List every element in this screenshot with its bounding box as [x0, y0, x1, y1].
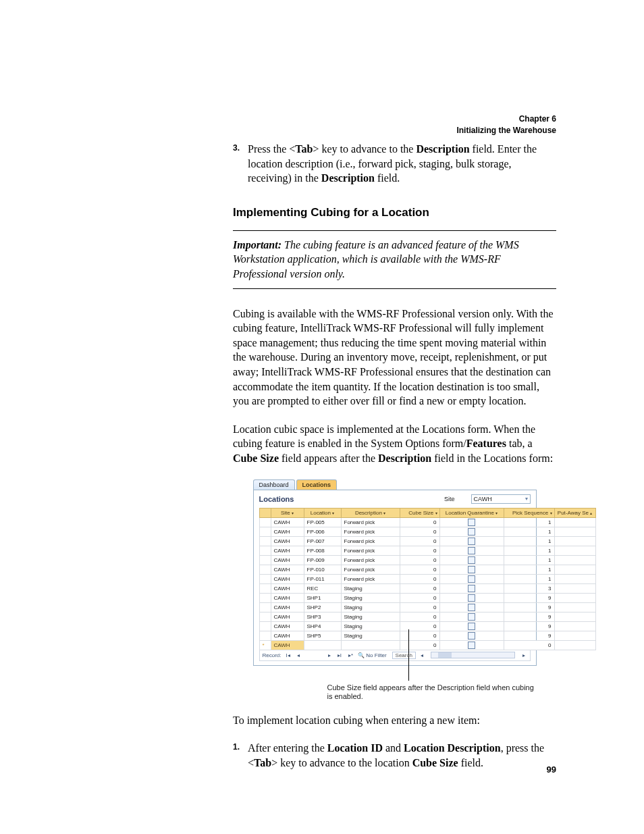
- note-label: Important:: [233, 239, 281, 251]
- table-row[interactable]: CAWHFP-011Forward pick01: [259, 574, 595, 583]
- checkbox-icon[interactable]: [468, 556, 475, 564]
- col-location[interactable]: Location ▾: [304, 508, 341, 517]
- checkbox-icon[interactable]: [468, 575, 475, 583]
- table-row[interactable]: CAWHFP-007Forward pick01: [259, 536, 595, 546]
- col-cube-size[interactable]: Cube Size ▾: [400, 508, 439, 517]
- table-row[interactable]: CAWHSHP2Staging09: [259, 602, 595, 612]
- record-label: Record:: [263, 652, 281, 658]
- locations-grid[interactable]: Site ▾ Location ▾ Description ▾ Cube Siz…: [259, 508, 596, 650]
- chevron-down-icon: ▾: [525, 496, 528, 502]
- step-number: 1.: [233, 741, 240, 752]
- nav-prev-icon[interactable]: ◂: [295, 652, 302, 658]
- col-site[interactable]: Site ▾: [271, 508, 304, 517]
- step-1: 1. After entering the Location ID and Lo…: [233, 741, 556, 770]
- callout-line: [408, 629, 409, 681]
- chapter-title: Initializing the Warehouse: [456, 125, 556, 136]
- page-header: Chapter 6 Initializing the Warehouse: [456, 113, 556, 136]
- section-heading: Implementing Cubing for a Location: [233, 206, 556, 219]
- paragraph-implement-intro: To implement location cubing when enteri…: [233, 713, 556, 728]
- col-pick-sequence[interactable]: Pick Sequence ▾: [504, 508, 554, 517]
- grid-corner: [259, 508, 271, 517]
- checkbox-icon[interactable]: [468, 538, 475, 545]
- checkbox-icon[interactable]: [468, 547, 475, 554]
- nav-new-icon[interactable]: ▸*: [346, 652, 355, 658]
- site-select[interactable]: CAWH ▾: [471, 494, 531, 504]
- tab-dashboard[interactable]: Dashboard: [253, 479, 295, 490]
- panel-title: Locations: [259, 495, 444, 503]
- table-row[interactable]: CAWHFP-008Forward pick01: [259, 546, 595, 555]
- checkbox-icon[interactable]: [468, 519, 475, 526]
- page-number: 99: [547, 764, 556, 775]
- important-note: Important: The cubing feature is an adva…: [233, 230, 556, 289]
- tab-locations[interactable]: Locations: [296, 479, 338, 490]
- checkbox-icon[interactable]: [468, 623, 475, 630]
- paragraph-cube-size-field: Location cubic space is implemented at t…: [233, 422, 556, 466]
- table-row[interactable]: CAWHSHP1Staging09: [259, 593, 595, 602]
- chapter-label: Chapter 6: [456, 113, 556, 125]
- table-row[interactable]: CAWHFP-005Forward pick01: [259, 517, 595, 527]
- checkbox-icon[interactable]: [468, 585, 475, 592]
- table-row[interactable]: CAWHFP-009Forward pick01: [259, 555, 595, 565]
- checkbox-icon[interactable]: [468, 613, 475, 621]
- locations-form-figure: Dashboard Locations Locations Site CAWH …: [253, 479, 537, 705]
- table-row-new[interactable]: *CAWH00: [259, 640, 595, 650]
- horizontal-scrollbar[interactable]: [431, 652, 515, 658]
- checkbox-icon[interactable]: [468, 528, 475, 536]
- no-filter-label[interactable]: 🔍 No Filter: [358, 652, 386, 658]
- table-row[interactable]: CAWHSHP4Staging09: [259, 621, 595, 631]
- col-put-away[interactable]: Put-Away Se ▴: [554, 508, 595, 517]
- checkbox-icon[interactable]: [468, 566, 475, 573]
- checkbox-icon[interactable]: [468, 604, 475, 611]
- paragraph-cubing-overview: Cubing is available with the WMS-RF Prof…: [233, 307, 556, 409]
- grid-footer: Record: I◂ ◂ ▸ ▸I ▸* 🔍 No Filter Search …: [259, 650, 531, 661]
- checkbox-icon[interactable]: [468, 642, 475, 649]
- step-number: 3.: [233, 142, 240, 153]
- table-row[interactable]: CAWHSHP3Staging09: [259, 612, 595, 621]
- table-row[interactable]: CAWHFP-010Forward pick01: [259, 565, 595, 574]
- col-quarantine[interactable]: Location Quarantine ▾: [439, 508, 504, 517]
- scroll-right-icon[interactable]: ▸: [520, 652, 527, 658]
- nav-next-icon[interactable]: ▸: [326, 652, 333, 658]
- nav-last-icon[interactable]: ▸I: [336, 652, 344, 658]
- col-description[interactable]: Description ▾: [341, 508, 400, 517]
- callout-text: Cube Size field appears after the Descri…: [327, 683, 537, 702]
- table-row[interactable]: CAWHRECStaging03: [259, 583, 595, 593]
- checkbox-icon[interactable]: [468, 632, 475, 640]
- step-3: 3. Press the <Tab> key to advance to the…: [233, 142, 556, 186]
- search-input[interactable]: Search: [392, 652, 416, 659]
- checkbox-icon[interactable]: [468, 594, 475, 602]
- table-row[interactable]: CAWHFP-006Forward pick01: [259, 527, 595, 536]
- nav-first-icon[interactable]: I◂: [284, 652, 292, 658]
- scroll-left-icon[interactable]: ◂: [419, 652, 425, 658]
- site-label: Site: [444, 496, 455, 502]
- table-row[interactable]: CAWHSHP5Staging09: [259, 631, 595, 640]
